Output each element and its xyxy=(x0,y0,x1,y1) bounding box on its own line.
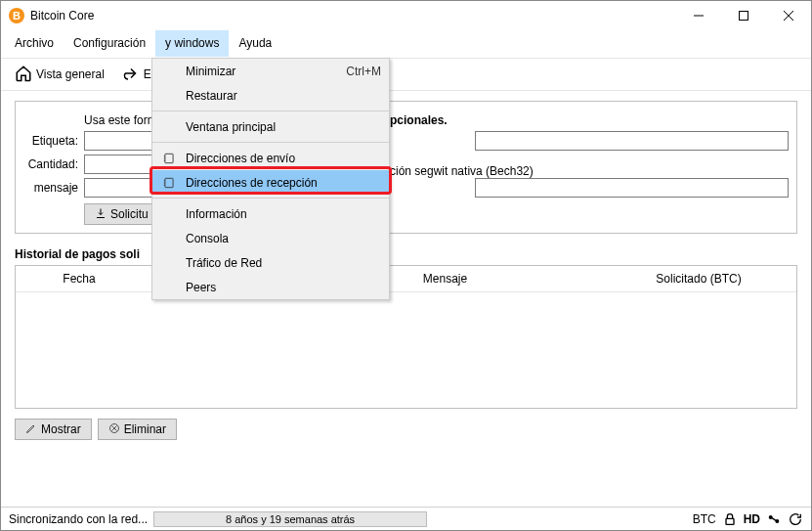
maximize-button[interactable] xyxy=(721,1,766,30)
table-body[interactable] xyxy=(16,292,796,408)
tab-vista-general[interactable]: Vista general xyxy=(9,61,110,89)
sync-status-text: Sincronizando con la red... xyxy=(9,512,148,526)
col-solicitado[interactable]: Solicitado (BTC) xyxy=(601,266,796,291)
label-etiqueta: Etiqueta: xyxy=(23,134,78,148)
svg-rect-14 xyxy=(165,178,173,187)
solicitar-button[interactable]: Solicitu xyxy=(84,203,159,225)
send-arrow-icon xyxy=(122,65,140,85)
menubar: Archivo Configuración y windows Ayuda xyxy=(1,30,811,58)
col-fecha[interactable]: Fecha xyxy=(16,266,143,291)
menu-direcciones-recepcion[interactable]: Direcciones de recepción xyxy=(152,170,389,195)
eliminar-label: Eliminar xyxy=(124,422,166,436)
separator xyxy=(152,142,389,143)
toolbar: Vista general En xyxy=(1,58,811,91)
pencil-icon xyxy=(25,422,37,437)
windows-dropdown: MinimizarCtrl+M Restaurar Ventana princi… xyxy=(151,58,390,300)
menu-direcciones-envio[interactable]: Direcciones de envío xyxy=(152,146,389,170)
menu-restaurar-label: Restaurar xyxy=(186,89,381,103)
separator xyxy=(152,198,389,199)
menu-archivo[interactable]: Archivo xyxy=(5,30,64,57)
svg-rect-10 xyxy=(165,154,173,162)
bitcoin-logo-icon: B xyxy=(9,8,24,23)
home-icon xyxy=(15,65,32,85)
delete-icon xyxy=(108,422,120,437)
receive-icon xyxy=(95,207,107,222)
minimize-button[interactable] xyxy=(676,1,721,30)
menu-ywindows[interactable]: y windows xyxy=(155,30,229,57)
menu-minimizar[interactable]: MinimizarCtrl+M xyxy=(152,59,389,83)
addressbook-icon xyxy=(160,152,178,165)
addressbook-icon xyxy=(160,176,178,190)
hd-icon: HD xyxy=(744,512,760,526)
menu-ayuda[interactable]: Ayuda xyxy=(229,30,281,57)
mensaje-input-2[interactable] xyxy=(475,178,789,198)
svg-rect-1 xyxy=(740,12,748,21)
label-mensaje: mensaje xyxy=(23,181,78,195)
menu-info-label: Información xyxy=(186,207,381,221)
menu-ventana-principal[interactable]: Ventana principal xyxy=(152,114,389,139)
etiqueta-input-2[interactable] xyxy=(475,131,789,151)
window-title: Bitcoin Core xyxy=(30,9,94,22)
lock-icon[interactable] xyxy=(722,511,738,527)
menu-configuracion[interactable]: Configuración xyxy=(64,30,155,57)
separator xyxy=(152,111,389,111)
menu-envio-label: Direcciones de envío xyxy=(186,152,381,165)
statusbar: Sincronizando con la red... 8 años y 19 … xyxy=(1,507,811,530)
segwit-text-partial: ción segwit nativa (Bech32) xyxy=(390,164,534,178)
network-icon[interactable] xyxy=(766,511,782,527)
label-cantidad: Cantidad: xyxy=(23,157,78,171)
tab-vista-general-label: Vista general xyxy=(36,67,105,81)
titlebar: B Bitcoin Core xyxy=(1,1,811,30)
history-title: Historial de pagos soli xyxy=(15,247,797,261)
menu-trafico-label: Tráfico de Red xyxy=(186,256,381,270)
sync-progress: 8 años y 19 semanas atrás xyxy=(153,511,427,527)
mostrar-button[interactable]: Mostrar xyxy=(15,419,92,440)
menu-minimizar-shortcut: Ctrl+M xyxy=(346,65,381,78)
menu-consola-label: Consola xyxy=(186,232,381,245)
svg-rect-7 xyxy=(726,518,734,524)
menu-restaurar[interactable]: Restaurar xyxy=(152,83,389,108)
payments-table: Fecha Etiqueta Mensaje Solicitado (BTC) xyxy=(15,265,797,409)
menu-peers[interactable]: Peers xyxy=(152,275,389,299)
menu-recepcion-label: Direcciones de recepción xyxy=(186,176,381,190)
menu-consola[interactable]: Consola xyxy=(152,226,389,250)
form-description-suffix: pcionales. xyxy=(390,113,448,127)
menu-informacion[interactable]: Información xyxy=(152,201,389,226)
sync-spinner-icon xyxy=(788,511,803,527)
menu-trafico[interactable]: Tráfico de Red xyxy=(152,250,389,275)
menu-peers-label: Peers xyxy=(186,281,381,294)
eliminar-button[interactable]: Eliminar xyxy=(98,419,177,440)
menu-ventana-label: Ventana principal xyxy=(186,120,381,134)
menu-minimizar-label: Minimizar xyxy=(186,65,338,78)
mostrar-label: Mostrar xyxy=(41,422,81,436)
solicitar-label: Solicitu xyxy=(110,207,149,221)
unit-label[interactable]: BTC xyxy=(693,512,716,526)
close-button[interactable] xyxy=(766,1,811,30)
